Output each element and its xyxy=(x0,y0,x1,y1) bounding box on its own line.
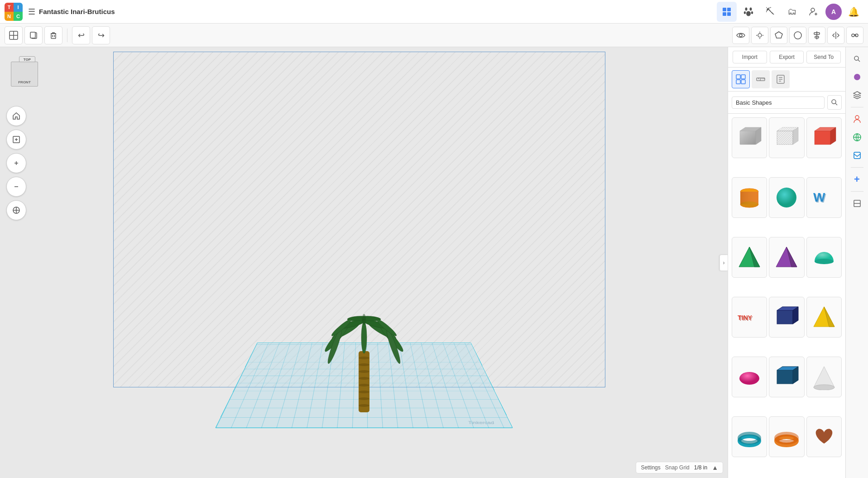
mirror-tool-btn[interactable] xyxy=(827,27,844,44)
undo-btn[interactable]: ↩ xyxy=(72,26,90,44)
tab-grid[interactable] xyxy=(732,70,750,88)
far-outlook-btn[interactable] xyxy=(849,147,865,164)
add-person-btn[interactable] xyxy=(804,2,824,22)
right-panel: Import Export Send To Basic Shapes Text … xyxy=(728,47,845,478)
view-cube-face[interactable]: FRONT xyxy=(11,62,38,87)
svg-rect-105 xyxy=(777,310,793,324)
svg-rect-85 xyxy=(777,131,793,145)
circle-tool-btn[interactable] xyxy=(789,27,806,44)
pickaxe-btn[interactable]: ⛏ xyxy=(760,2,780,22)
shape-box-red[interactable] xyxy=(806,117,842,158)
svg-point-79 xyxy=(832,100,836,104)
group-tool-btn[interactable] xyxy=(846,27,863,44)
svg-rect-34 xyxy=(359,351,369,412)
menu-icon[interactable]: ☰ xyxy=(28,7,35,17)
eye-tool-btn[interactable] xyxy=(732,27,749,44)
svg-point-40 xyxy=(359,391,369,393)
svg-point-7 xyxy=(751,11,753,14)
far-resize-btn[interactable] xyxy=(849,195,865,212)
svg-rect-1 xyxy=(727,8,731,11)
rp-tabs xyxy=(728,68,845,92)
shape-heart[interactable] xyxy=(806,416,842,457)
zoom-in-btn[interactable] xyxy=(6,153,26,173)
shape-dome-pink[interactable] xyxy=(732,357,767,397)
toolbar-sep-1 xyxy=(67,29,67,42)
svg-rect-66 xyxy=(736,75,740,79)
shape-cylinder[interactable] xyxy=(732,177,767,218)
redo-btn[interactable]: ↪ xyxy=(92,26,110,44)
shape-pyramid-yellow[interactable] xyxy=(806,297,842,338)
far-color-btn[interactable] xyxy=(849,69,865,85)
svg-rect-69 xyxy=(741,80,745,84)
far-globe-btn[interactable] xyxy=(849,129,865,145)
notifications-btn[interactable]: 🔔 xyxy=(844,2,863,22)
far-user-btn[interactable] xyxy=(849,111,865,127)
settings-btn[interactable]: Settings xyxy=(641,464,660,471)
far-add-btn[interactable]: + xyxy=(849,171,865,188)
svg-rect-3 xyxy=(727,12,731,16)
import-button[interactable]: Import xyxy=(733,51,767,63)
shape-text-red[interactable]: TINYTINY xyxy=(732,297,767,338)
shape-cone[interactable] xyxy=(806,357,842,397)
viewport[interactable]: Tinkercad xyxy=(0,47,728,478)
view-cube[interactable]: TOP FRONT xyxy=(9,56,45,92)
shape-box-striped[interactable] xyxy=(769,117,804,158)
settings-bar: Settings Snap Grid 1/8 in ▲ xyxy=(636,462,723,473)
view-cube-front-label: FRONT xyxy=(18,80,31,84)
orient-btn[interactable] xyxy=(6,200,26,220)
shape-box-navy[interactable] xyxy=(769,297,804,338)
delete-btn[interactable] xyxy=(44,26,62,44)
svg-point-5 xyxy=(750,7,752,10)
align-tool-btn[interactable] xyxy=(808,27,825,44)
shape-pyramid-green[interactable] xyxy=(732,237,767,278)
panel-collapse-btn[interactable]: › xyxy=(719,255,728,271)
zoom-out-btn[interactable] xyxy=(6,177,26,197)
shape-box-gray[interactable] xyxy=(732,117,767,158)
shape-search-btn[interactable] xyxy=(827,95,842,110)
snap-grid-value: 1/8 in xyxy=(694,464,707,471)
far-right-strip: + xyxy=(845,47,868,478)
grid-view-btn[interactable] xyxy=(717,2,737,22)
export-button[interactable]: Export xyxy=(770,51,804,63)
svg-rect-68 xyxy=(736,80,740,84)
copy-btn[interactable] xyxy=(24,26,43,44)
trunk xyxy=(359,351,369,412)
logo-t: T xyxy=(5,3,14,12)
briefcase-btn[interactable]: 🗂 xyxy=(782,2,802,22)
category-dropdown[interactable]: Basic Shapes Text & Numbers Connectors S… xyxy=(732,97,825,109)
svg-line-80 xyxy=(835,103,837,105)
home-view-btn[interactable] xyxy=(6,106,26,126)
svg-point-8 xyxy=(746,11,751,16)
shape-text-3d[interactable]: WW xyxy=(806,177,842,218)
light-tool-btn[interactable] xyxy=(751,27,768,44)
tab-notes[interactable] xyxy=(772,70,790,88)
shape-donut[interactable] xyxy=(769,416,804,457)
send-to-button[interactable]: Send To xyxy=(806,51,841,63)
shape-half-sphere[interactable] xyxy=(806,237,842,278)
shape-torus[interactable] xyxy=(732,416,767,457)
shape-box-blue[interactable] xyxy=(769,357,804,397)
polygon-tool-btn[interactable] xyxy=(770,27,787,44)
shape-pyramid-purple[interactable] xyxy=(769,237,804,278)
paw-btn[interactable] xyxy=(739,2,758,22)
svg-point-20 xyxy=(739,34,742,37)
svg-rect-16 xyxy=(30,32,35,38)
snap-grid-toggle[interactable]: ▲ xyxy=(712,464,718,471)
svg-point-115 xyxy=(814,385,834,390)
shape-sphere[interactable] xyxy=(769,177,804,218)
logo-n: N xyxy=(5,12,14,21)
new-workplane-btn[interactable] xyxy=(5,26,23,44)
far-layers-btn[interactable] xyxy=(849,87,865,103)
fr-sep1 xyxy=(851,107,863,107)
svg-line-121 xyxy=(858,60,860,62)
svg-point-124 xyxy=(855,116,859,119)
avatar-btn[interactable]: A xyxy=(825,4,842,20)
far-search-btn[interactable] xyxy=(849,51,865,67)
svg-point-4 xyxy=(745,7,748,10)
svg-rect-67 xyxy=(741,75,745,79)
svg-point-120 xyxy=(854,56,858,60)
tab-ruler[interactable] xyxy=(752,70,770,88)
svg-point-56 xyxy=(362,314,366,325)
fit-view-btn[interactable] xyxy=(6,130,26,150)
svg-point-37 xyxy=(359,370,369,373)
